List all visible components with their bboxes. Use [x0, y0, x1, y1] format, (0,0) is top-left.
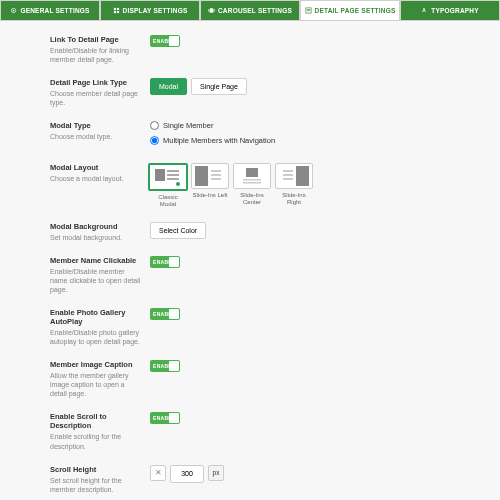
tab-display[interactable]: DISPLAY SETTINGS [100, 0, 200, 20]
svg-rect-28 [283, 178, 293, 180]
svg-rect-18 [195, 166, 208, 186]
svg-rect-2 [113, 8, 115, 10]
scroll-h-unit: px [208, 465, 224, 481]
tabs-bar: GENERAL SETTINGS DISPLAY SETTINGS CAROUS… [0, 0, 500, 21]
svg-rect-15 [167, 174, 179, 176]
modal-bg-desc: Set modal background. [50, 233, 142, 242]
name-click-desc: Enable/Disable member name clickable to … [50, 267, 142, 294]
svg-rect-10 [306, 9, 310, 10]
layout-right[interactable] [275, 163, 313, 189]
layout-center[interactable] [233, 163, 271, 189]
modal-type-single[interactable]: Single Member [150, 121, 213, 130]
scroll-h-input[interactable] [170, 465, 204, 483]
svg-rect-23 [243, 179, 261, 181]
autoplay-toggle[interactable]: ENABLED [150, 308, 180, 320]
grid-icon [113, 7, 120, 14]
scroll-h-clear[interactable]: ✕ [150, 465, 166, 481]
layout-classic-label: Classic Modal [150, 194, 186, 207]
modal-type-label: Modal Type [50, 121, 142, 130]
link-detail-desc: Enable/Disable for linking member detail… [50, 46, 142, 64]
link-type-modal[interactable]: Modal [150, 78, 187, 95]
link-type-desc: Choose member detail page type. [50, 89, 142, 107]
modal-bg-label: Modal Background [50, 222, 142, 231]
tab-typography[interactable]: ATYPOGRAPHY [400, 0, 500, 20]
link-detail-label: Link To Detail Page [50, 35, 142, 44]
svg-rect-21 [211, 178, 221, 180]
name-click-toggle[interactable]: ENABLED [150, 256, 180, 268]
layout-right-label: Slide-Ins Right [276, 192, 312, 205]
svg-rect-5 [116, 11, 118, 13]
select-color-button[interactable]: Select Color [150, 222, 206, 239]
scroll-h-desc: Set scroll height for the member descrip… [50, 476, 142, 494]
svg-rect-13 [155, 169, 165, 181]
detail-icon [305, 7, 312, 14]
modal-layout-desc: Choose a modal layout. [50, 174, 142, 183]
scroll-desc-label: Enable Scroll to Description [50, 412, 142, 430]
svg-rect-8 [214, 9, 215, 12]
link-type-label: Detail Page Link Type [50, 78, 142, 87]
modal-type-desc: Choose modal type. [50, 132, 142, 141]
svg-rect-26 [283, 170, 293, 172]
modal-layout-label: Modal Layout [50, 163, 142, 172]
svg-rect-27 [283, 174, 293, 176]
autoplay-label: Enable Photo Gallery AutoPlay [50, 308, 142, 326]
autoplay-desc: Enable/Disable photo gallery autoplay to… [50, 328, 142, 346]
svg-point-17 [176, 182, 180, 186]
gear-icon [10, 7, 17, 14]
scroll-h-label: Scroll Height [50, 465, 142, 474]
svg-point-1 [13, 10, 15, 12]
tab-detail[interactable]: DETAIL PAGE SETTINGS [300, 0, 400, 20]
svg-rect-11 [306, 11, 310, 12]
svg-rect-20 [211, 174, 221, 176]
caption-label: Member Image Caption [50, 360, 142, 369]
svg-rect-25 [296, 166, 309, 186]
svg-rect-16 [167, 178, 179, 180]
scroll-desc-toggle[interactable]: ENABLED [150, 412, 180, 424]
svg-rect-3 [116, 8, 118, 10]
svg-rect-22 [246, 168, 258, 177]
svg-rect-7 [208, 9, 209, 12]
layout-left-label: Slide-Ins Left [192, 192, 227, 199]
link-type-single[interactable]: Single Page [191, 78, 247, 95]
svg-rect-4 [113, 11, 115, 13]
svg-rect-6 [210, 8, 214, 12]
tab-carousel[interactable]: CAROUSEL SETTINGS [200, 0, 300, 20]
layout-left[interactable] [191, 163, 229, 189]
layout-center-label: Slide-Ins Center [234, 192, 270, 205]
tab-general[interactable]: GENERAL SETTINGS [0, 0, 100, 20]
caption-desc: Allow the member gallery image caption t… [50, 371, 142, 398]
svg-rect-19 [211, 170, 221, 172]
modal-type-multiple[interactable]: Multiple Members with Navigation [150, 136, 275, 145]
link-detail-toggle[interactable]: ENABLED [150, 35, 180, 47]
svg-rect-24 [243, 182, 261, 184]
caption-toggle[interactable]: ENABLED [150, 360, 180, 372]
layout-classic[interactable] [148, 163, 188, 191]
name-click-label: Member Name Clickable [50, 256, 142, 265]
typography-icon: A [421, 7, 428, 14]
svg-rect-14 [167, 170, 179, 172]
svg-text:A: A [423, 8, 427, 13]
scroll-desc-desc: Enable scrolling for the description. [50, 432, 142, 450]
carousel-icon [208, 7, 215, 14]
